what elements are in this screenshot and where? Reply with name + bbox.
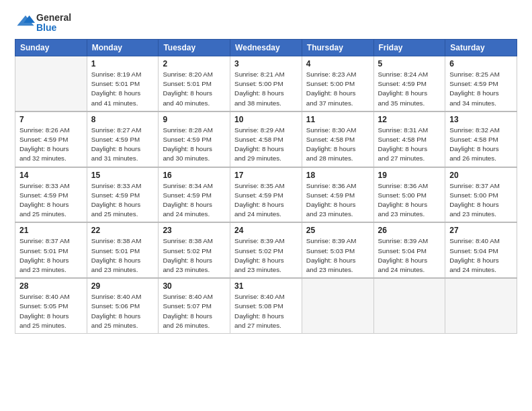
day-cell: 25Sunrise: 8:39 AMSunset: 5:03 PMDayligh… — [302, 222, 373, 278]
day-cell: 3Sunrise: 8:21 AMSunset: 5:00 PMDaylight… — [230, 56, 302, 111]
weekday-friday: Friday — [373, 40, 445, 56]
day-cell: 20Sunrise: 8:37 AMSunset: 5:00 PMDayligh… — [445, 167, 517, 223]
day-number: 27 — [449, 226, 513, 235]
day-info: Sunrise: 8:40 AMSunset: 5:05 PMDaylight:… — [19, 292, 83, 330]
day-cell: 26Sunrise: 8:39 AMSunset: 5:04 PMDayligh… — [373, 222, 445, 278]
day-cell: 1Sunrise: 8:19 AMSunset: 5:01 PMDaylight… — [87, 56, 159, 111]
weekday-monday: Monday — [87, 40, 159, 56]
day-cell: 13Sunrise: 8:32 AMSunset: 4:58 PMDayligh… — [445, 111, 517, 167]
week-row-2: 7Sunrise: 8:26 AMSunset: 4:59 PMDaylight… — [15, 111, 517, 167]
day-number: 23 — [163, 226, 226, 235]
day-number: 24 — [234, 226, 298, 235]
day-cell: 18Sunrise: 8:36 AMSunset: 4:59 PMDayligh… — [302, 167, 373, 223]
day-info: Sunrise: 8:35 AMSunset: 4:59 PMDaylight:… — [234, 181, 298, 220]
weekday-wednesday: Wednesday — [230, 40, 302, 56]
day-info: Sunrise: 8:38 AMSunset: 5:02 PMDaylight:… — [163, 236, 226, 275]
day-number: 30 — [163, 281, 226, 291]
day-number: 18 — [306, 171, 369, 180]
day-info: Sunrise: 8:32 AMSunset: 4:58 PMDaylight:… — [449, 126, 513, 164]
day-cell: 31Sunrise: 8:40 AMSunset: 5:08 PMDayligh… — [230, 278, 302, 333]
day-number: 3 — [234, 59, 298, 68]
week-row-5: 28Sunrise: 8:40 AMSunset: 5:05 PMDayligh… — [15, 278, 517, 333]
day-cell: 17Sunrise: 8:35 AMSunset: 4:59 PMDayligh… — [230, 167, 302, 223]
weekday-tuesday: Tuesday — [159, 40, 230, 56]
day-number: 7 — [19, 115, 83, 124]
day-info: Sunrise: 8:37 AMSunset: 5:01 PMDaylight:… — [19, 236, 83, 275]
day-info: Sunrise: 8:39 AMSunset: 5:03 PMDaylight:… — [306, 236, 369, 275]
day-cell: 5Sunrise: 8:24 AMSunset: 4:59 PMDaylight… — [373, 56, 445, 111]
day-info: Sunrise: 8:33 AMSunset: 4:59 PMDaylight:… — [91, 181, 154, 220]
day-cell: 9Sunrise: 8:28 AMSunset: 4:59 PMDaylight… — [159, 111, 230, 167]
day-number: 22 — [91, 226, 154, 235]
day-cell: 12Sunrise: 8:31 AMSunset: 4:58 PMDayligh… — [373, 111, 445, 167]
day-number: 5 — [378, 59, 441, 68]
day-cell: 30Sunrise: 8:40 AMSunset: 5:07 PMDayligh… — [159, 278, 230, 333]
day-info: Sunrise: 8:37 AMSunset: 5:00 PMDaylight:… — [449, 181, 513, 220]
day-info: Sunrise: 8:39 AMSunset: 5:02 PMDaylight:… — [234, 236, 298, 275]
day-cell — [373, 278, 445, 333]
day-info: Sunrise: 8:39 AMSunset: 5:04 PMDaylight:… — [378, 236, 441, 275]
day-cell: 2Sunrise: 8:20 AMSunset: 5:01 PMDaylight… — [159, 56, 230, 111]
day-cell — [15, 56, 87, 111]
logo-general: General — [36, 12, 71, 23]
day-cell: 7Sunrise: 8:26 AMSunset: 4:59 PMDaylight… — [15, 111, 87, 167]
day-info: Sunrise: 8:40 AMSunset: 5:07 PMDaylight:… — [163, 292, 226, 330]
day-number: 2 — [163, 59, 226, 68]
day-number: 15 — [91, 171, 154, 180]
day-info: Sunrise: 8:23 AMSunset: 5:00 PMDaylight:… — [306, 70, 369, 108]
day-number: 12 — [378, 115, 441, 124]
day-number: 8 — [91, 115, 154, 124]
day-cell: 28Sunrise: 8:40 AMSunset: 5:05 PMDayligh… — [15, 278, 87, 333]
day-info: Sunrise: 8:28 AMSunset: 4:59 PMDaylight:… — [163, 126, 226, 164]
day-info: Sunrise: 8:27 AMSunset: 4:59 PMDaylight:… — [91, 126, 154, 164]
day-info: Sunrise: 8:40 AMSunset: 5:08 PMDaylight:… — [234, 292, 298, 330]
day-number: 1 — [91, 59, 154, 68]
logo-icon — [16, 12, 35, 31]
day-info: Sunrise: 8:26 AMSunset: 4:59 PMDaylight:… — [19, 126, 83, 164]
day-cell — [445, 278, 517, 333]
day-number: 6 — [449, 59, 513, 68]
day-cell: 23Sunrise: 8:38 AMSunset: 5:02 PMDayligh… — [159, 222, 230, 278]
day-number: 10 — [234, 115, 298, 124]
day-number: 14 — [19, 171, 83, 180]
day-info: Sunrise: 8:40 AMSunset: 5:04 PMDaylight:… — [449, 236, 513, 275]
day-number: 4 — [306, 59, 369, 68]
week-row-1: 1Sunrise: 8:19 AMSunset: 5:01 PMDaylight… — [15, 56, 517, 111]
day-number: 13 — [449, 115, 513, 124]
weekday-thursday: Thursday — [302, 40, 373, 56]
day-info: Sunrise: 8:29 AMSunset: 4:58 PMDaylight:… — [234, 126, 298, 164]
day-info: Sunrise: 8:38 AMSunset: 5:01 PMDaylight:… — [91, 236, 154, 275]
logo-blue: Blue — [36, 22, 56, 33]
day-cell: 27Sunrise: 8:40 AMSunset: 5:04 PMDayligh… — [445, 222, 517, 278]
day-info: Sunrise: 8:34 AMSunset: 4:59 PMDaylight:… — [163, 181, 226, 220]
day-cell: 15Sunrise: 8:33 AMSunset: 4:59 PMDayligh… — [87, 167, 159, 223]
day-info: Sunrise: 8:30 AMSunset: 4:58 PMDaylight:… — [306, 126, 369, 164]
logo: General Blue — [15, 12, 71, 34]
weekday-sunday: Sunday — [15, 40, 87, 56]
day-cell: 21Sunrise: 8:37 AMSunset: 5:01 PMDayligh… — [15, 222, 87, 278]
day-number: 11 — [306, 115, 369, 124]
day-info: Sunrise: 8:40 AMSunset: 5:06 PMDaylight:… — [91, 292, 154, 330]
week-row-3: 14Sunrise: 8:33 AMSunset: 4:59 PMDayligh… — [15, 167, 517, 223]
day-number: 21 — [19, 226, 83, 235]
day-number: 29 — [91, 281, 154, 291]
day-cell: 24Sunrise: 8:39 AMSunset: 5:02 PMDayligh… — [230, 222, 302, 278]
day-cell: 16Sunrise: 8:34 AMSunset: 4:59 PMDayligh… — [159, 167, 230, 223]
day-number: 31 — [234, 281, 298, 291]
day-cell: 10Sunrise: 8:29 AMSunset: 4:58 PMDayligh… — [230, 111, 302, 167]
day-cell: 8Sunrise: 8:27 AMSunset: 4:59 PMDaylight… — [87, 111, 159, 167]
week-row-4: 21Sunrise: 8:37 AMSunset: 5:01 PMDayligh… — [15, 222, 517, 278]
weekday-saturday: Saturday — [445, 40, 517, 56]
day-number: 16 — [163, 171, 226, 180]
calendar-table: SundayMondayTuesdayWednesdayThursdayFrid… — [15, 39, 517, 334]
day-number: 20 — [449, 171, 513, 180]
day-cell — [302, 278, 373, 333]
day-info: Sunrise: 8:36 AMSunset: 5:00 PMDaylight:… — [378, 181, 441, 220]
day-cell: 6Sunrise: 8:25 AMSunset: 4:59 PMDaylight… — [445, 56, 517, 111]
day-number: 28 — [19, 281, 83, 291]
day-cell: 19Sunrise: 8:36 AMSunset: 5:00 PMDayligh… — [373, 167, 445, 223]
day-info: Sunrise: 8:31 AMSunset: 4:58 PMDaylight:… — [378, 126, 441, 164]
day-info: Sunrise: 8:25 AMSunset: 4:59 PMDaylight:… — [449, 70, 513, 108]
day-number: 19 — [378, 171, 441, 180]
day-cell: 29Sunrise: 8:40 AMSunset: 5:06 PMDayligh… — [87, 278, 159, 333]
